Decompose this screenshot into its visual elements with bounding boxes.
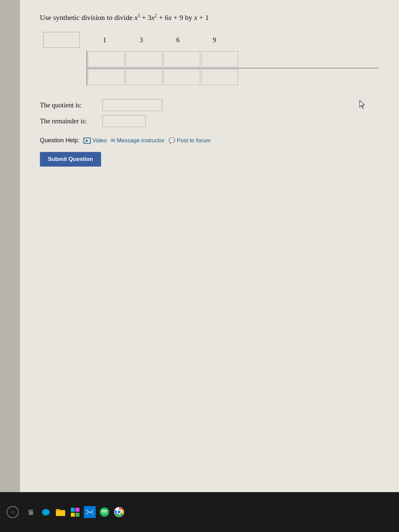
quotient-label: The quotient is: — [40, 101, 100, 109]
mail-icon: ✉ — [111, 137, 115, 144]
coefficient-labels: 1 3 6 9 — [86, 36, 233, 44]
help-label: Question Help: — [40, 137, 79, 144]
start-icon: ○ — [11, 509, 14, 515]
sd-cell-r2-c2[interactable] — [126, 69, 162, 85]
message-instructor-link[interactable]: ✉ Message instructor — [111, 137, 165, 144]
divisor-input[interactable] — [43, 32, 80, 48]
search-icon: 뚤 — [28, 508, 34, 516]
taskbar-edge-icon[interactable] — [40, 506, 52, 518]
remainder-row: The remainder is: — [40, 115, 379, 127]
sd-cell-r2-c4[interactable] — [201, 69, 238, 85]
taskbar-spotify-icon[interactable] — [98, 506, 110, 518]
sd-cell-r2-c1[interactable] — [88, 69, 124, 85]
problem-title: Use synthetic division to divide x3 + 3x… — [40, 13, 379, 22]
question-help: Question Help: Video ✉ Message instructo… — [40, 137, 379, 144]
tile-icon — [71, 508, 75, 512]
spotify-icon — [99, 507, 109, 517]
sd-cell-r1-c3[interactable] — [164, 51, 200, 67]
sd-cell-r1-c4[interactable] — [201, 51, 238, 67]
svg-point-5 — [100, 507, 109, 517]
taskbar-chrome-icon[interactable] — [113, 506, 125, 518]
coeff-4: 9 — [196, 36, 233, 44]
tile-icon — [75, 508, 79, 512]
remainder-input[interactable] — [102, 115, 146, 127]
message-label: Message instructor — [117, 137, 165, 144]
taskbar-mail-icon[interactable] — [84, 506, 96, 518]
video-link[interactable]: Video — [83, 137, 107, 144]
quotient-row: The quotient is: — [40, 99, 379, 111]
sd-cell-r1-c1[interactable] — [88, 51, 124, 67]
answer-section: The quotient is: The remainder is: — [40, 99, 379, 127]
video-icon — [83, 138, 91, 144]
remainder-label: The remainder is: — [40, 117, 100, 125]
chrome-icon — [114, 507, 124, 517]
coeff-3: 6 — [160, 36, 196, 44]
svg-rect-4 — [86, 509, 94, 515]
coeff-2: 3 — [123, 36, 160, 44]
taskbar-start-button[interactable]: ○ — [7, 506, 19, 518]
svg-point-8 — [117, 510, 121, 514]
sd-cell-r1-c2[interactable] — [126, 51, 162, 67]
taskbar-search-icon[interactable]: 뚤 — [25, 506, 37, 518]
video-label: Video — [92, 137, 107, 144]
forum-icon: 💬 — [169, 137, 175, 144]
edge-icon — [41, 507, 51, 517]
sd-grid — [86, 51, 379, 86]
synthetic-division: 1 3 6 9 — [43, 32, 379, 86]
mail-taskbar-icon — [86, 509, 94, 515]
tile-icon — [75, 513, 79, 517]
svg-point-1 — [43, 509, 49, 514]
folder-icon — [56, 507, 66, 517]
sd-row-1 — [87, 51, 379, 68]
content-area: Use synthetic division to divide x3 + 3x… — [20, 0, 399, 492]
left-strip — [0, 0, 20, 492]
post-forum-link[interactable]: 💬 Post to forum — [169, 137, 210, 144]
sd-top-row: 1 3 6 9 — [43, 32, 379, 48]
taskbar-file-explorer-icon[interactable] — [55, 506, 66, 518]
coeff-1: 1 — [86, 36, 123, 44]
tile-icon — [71, 513, 75, 517]
quotient-input[interactable] — [102, 99, 162, 111]
sd-cell-r2-c3[interactable] — [164, 69, 200, 85]
submit-button[interactable]: Submit Question — [40, 152, 101, 167]
taskbar: ○ 뚤 — [0, 492, 399, 532]
forum-label: Post to forum — [177, 137, 210, 144]
svg-rect-3 — [56, 509, 60, 511]
taskbar-windows-icon[interactable] — [69, 506, 81, 518]
sd-row-2 — [87, 68, 379, 86]
